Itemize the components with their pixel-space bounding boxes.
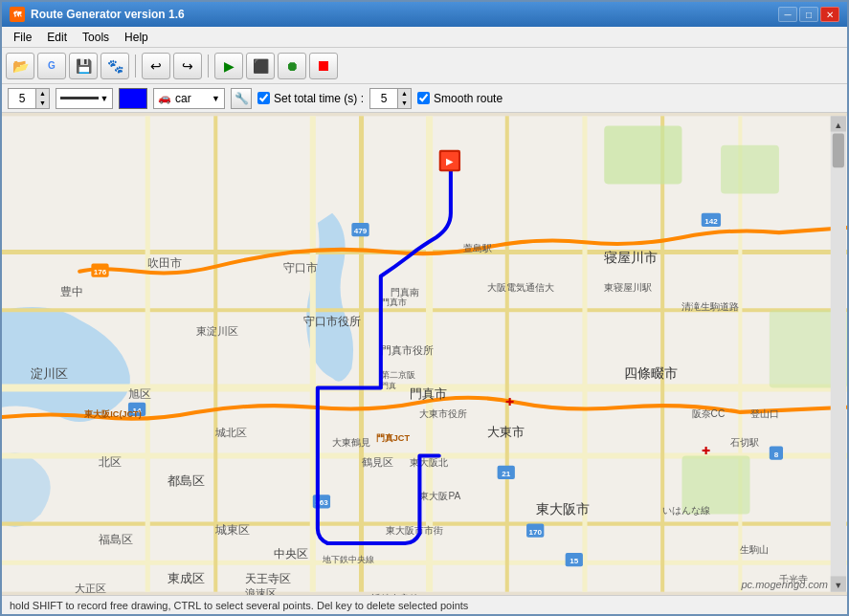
open-button[interactable]: 📂 xyxy=(6,53,34,79)
svg-text:登山口: 登山口 xyxy=(750,408,779,419)
svg-text:142: 142 xyxy=(704,217,718,226)
close-button[interactable]: ✕ xyxy=(820,7,839,22)
svg-text:門真JCT: 門真JCT xyxy=(376,433,411,443)
svg-text:大正区: 大正区 xyxy=(75,583,106,594)
svg-text:東大阪北: 東大阪北 xyxy=(410,457,448,468)
save-button[interactable]: 💾 xyxy=(69,53,98,79)
spin-arrows: ▲ ▼ xyxy=(35,89,49,108)
title-bar: 🗺 Route Generator version 1.6 ─ □ ✕ xyxy=(2,2,847,27)
menu-file[interactable]: File xyxy=(6,29,39,46)
line-preview xyxy=(60,97,99,99)
svg-text:門真市: 門真市 xyxy=(381,297,407,307)
svg-text:大阪電気通信大: 大阪電気通信大 xyxy=(487,282,554,293)
undo-button[interactable]: ↩ xyxy=(142,53,170,79)
svg-text:旭区: 旭区 xyxy=(128,387,151,401)
svg-text:176: 176 xyxy=(94,268,107,276)
svg-text:東寝屋川駅: 東寝屋川駅 xyxy=(604,282,652,293)
stop-button[interactable]: ⬛ xyxy=(246,53,275,79)
svg-text:門真: 門真 xyxy=(381,382,396,390)
color-picker[interactable] xyxy=(119,88,147,109)
spin-up-arrow[interactable]: ▲ xyxy=(35,89,49,99)
svg-text:都島区: 都島区 xyxy=(168,473,205,488)
line-style-arrow: ▼ xyxy=(101,94,109,103)
smooth-route-group: Smooth route xyxy=(417,92,503,105)
svg-text:東大阪市市街: 東大阪市市街 xyxy=(386,525,443,536)
vehicle-dropdown-arrow: ▼ xyxy=(212,94,220,103)
app-icon: 🗺 xyxy=(10,7,25,22)
stop-record-button[interactable]: ⏹ xyxy=(309,53,338,79)
time-spin-arrows: ▲ ▼ xyxy=(397,89,411,108)
svg-text:大東市役所: 大東市役所 xyxy=(419,408,467,419)
svg-rect-19 xyxy=(721,145,779,194)
svg-text:門真市役所: 門真市役所 xyxy=(381,344,434,356)
set-total-time-group: Set total time (s) : xyxy=(257,92,364,105)
line-width-input[interactable] xyxy=(9,89,35,108)
svg-text:寝屋川市: 寝屋川市 xyxy=(604,250,658,265)
map-container[interactable]: 176 豊中 淀川区 旭区 北区 都島区 城東区 福島区 東成区 城北区 大正区… xyxy=(2,113,847,595)
time-spin-down[interactable]: ▼ xyxy=(397,99,411,108)
play-button[interactable]: ▶ xyxy=(214,53,243,79)
svg-text:✚: ✚ xyxy=(702,445,710,456)
svg-text:地下鉄中央線: 地下鉄中央線 xyxy=(322,555,374,564)
svg-text:北区: 北区 xyxy=(99,455,122,469)
menu-help[interactable]: Help xyxy=(117,29,156,46)
vehicle-label: car xyxy=(175,92,191,105)
svg-text:福島区: 福島区 xyxy=(99,533,133,546)
svg-text:第二京阪: 第二京阪 xyxy=(381,370,415,380)
svg-text:170: 170 xyxy=(528,528,542,537)
svg-text:東大阪市: 東大阪市 xyxy=(536,501,590,517)
line-style-dropdown[interactable]: ▼ xyxy=(56,88,113,109)
svg-text:守口市: 守口市 xyxy=(283,261,318,275)
toolbar: 📂 G 💾 🐾 ↩ ↪ ▶ ⬛ ⏺ ⏹ xyxy=(2,48,847,84)
app-window: 🗺 Route Generator version 1.6 ─ □ ✕ File… xyxy=(0,0,849,616)
svg-text:8: 8 xyxy=(774,451,779,459)
svg-text:大東鶴見: 大東鶴見 xyxy=(332,437,370,448)
svg-text:▲: ▲ xyxy=(834,121,842,130)
svg-text:▼: ▼ xyxy=(834,581,842,590)
menu-edit[interactable]: Edit xyxy=(39,29,75,46)
svg-text:21: 21 xyxy=(502,470,511,478)
svg-text:清滝生駒道路: 清滝生駒道路 xyxy=(681,301,739,312)
svg-text:中央区: 中央区 xyxy=(274,547,308,561)
svg-text:479: 479 xyxy=(354,227,368,235)
total-time-spinner[interactable]: ▲ ▼ xyxy=(369,88,412,109)
svg-text:鶴見区: 鶴見区 xyxy=(362,456,393,468)
svg-text:▶: ▶ xyxy=(446,157,454,166)
options-bar: ▲ ▼ ▼ 🚗 car ▼ 🔧 Set total time (s) : xyxy=(2,84,847,113)
svg-text:阪奈CC: 阪奈CC xyxy=(692,408,726,419)
svg-text:生駒山: 生駒山 xyxy=(740,544,769,555)
total-time-input[interactable] xyxy=(370,89,397,108)
status-text: hold SHIFT to record free drawing, CTRL … xyxy=(10,600,468,611)
minimize-button[interactable]: ─ xyxy=(778,7,797,22)
svg-text:守口市役所: 守口市役所 xyxy=(303,315,361,328)
google-maps-button[interactable]: G xyxy=(37,53,66,79)
svg-text:城北区: 城北区 xyxy=(214,427,247,438)
map-svg: 176 豊中 淀川区 旭区 北区 都島区 城東区 福島区 東成区 城北区 大正区… xyxy=(2,113,847,595)
menu-tools[interactable]: Tools xyxy=(75,29,117,46)
menu-bar: File Edit Tools Help xyxy=(2,27,847,48)
watermark: pc.mogeringo.com xyxy=(742,579,829,590)
time-spin-up[interactable]: ▲ xyxy=(397,89,411,99)
settings-button[interactable]: 🔧 xyxy=(231,88,252,109)
spin-down-arrow[interactable]: ▼ xyxy=(35,99,49,108)
smooth-route-checkbox[interactable] xyxy=(417,92,430,104)
maximize-button[interactable]: □ xyxy=(799,7,818,22)
redo-button[interactable]: ↪ xyxy=(173,53,202,79)
svg-text:大東市: 大東市 xyxy=(487,425,525,439)
status-bar: hold SHIFT to record free drawing, CTRL … xyxy=(2,595,847,614)
svg-text:✚: ✚ xyxy=(505,396,514,407)
record-button[interactable]: ⏺ xyxy=(278,53,306,79)
export-button[interactable]: 🐾 xyxy=(101,53,129,79)
svg-text:淀川区: 淀川区 xyxy=(31,366,68,381)
title-controls: ─ □ ✕ xyxy=(778,7,839,22)
svg-rect-18 xyxy=(604,125,681,184)
svg-text:四條畷市: 四條畷市 xyxy=(624,365,678,381)
svg-text:天王寺区: 天王寺区 xyxy=(245,572,291,585)
vehicle-select[interactable]: 🚗 car ▼ xyxy=(153,88,225,109)
set-total-time-checkbox[interactable] xyxy=(257,92,270,104)
svg-rect-96 xyxy=(831,116,846,591)
svg-text:東成区: 東成区 xyxy=(168,571,205,585)
line-width-spinner[interactable]: ▲ ▼ xyxy=(8,88,50,109)
svg-text:15: 15 xyxy=(570,557,579,565)
svg-text:近鉄奈良線: 近鉄奈良線 xyxy=(371,593,419,595)
